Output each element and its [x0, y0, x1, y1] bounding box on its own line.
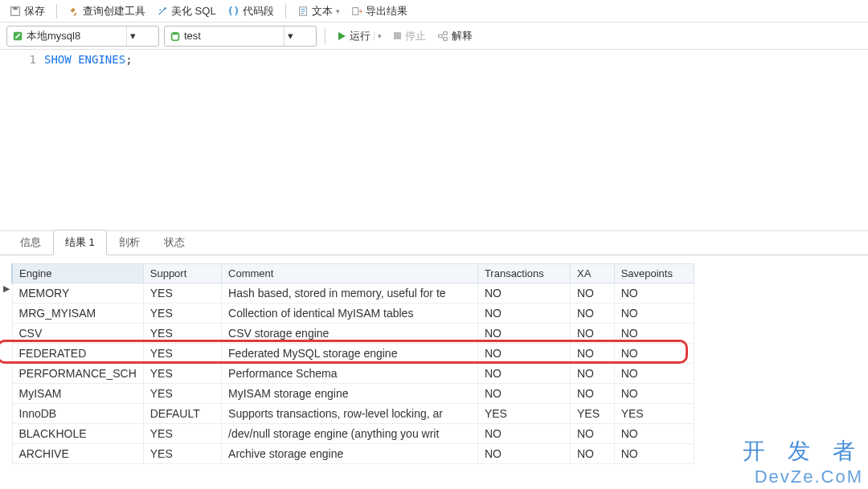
table-cell[interactable]: NO [570, 364, 614, 384]
chevron-down-icon: ▾ [374, 32, 382, 40]
col-transactions[interactable]: Transactions [477, 264, 570, 283]
table-cell[interactable]: Federated MySQL storage engine [222, 344, 478, 364]
table-row[interactable]: CSVYESCSV storage engineNONONO [12, 324, 694, 344]
table-cell[interactable]: YES [143, 444, 221, 464]
table-cell[interactable]: MRG_MYISAM [12, 304, 143, 324]
table-cell[interactable]: Supports transactions, row-level locking… [222, 404, 478, 424]
table-cell[interactable]: NO [614, 344, 694, 364]
table-row[interactable]: MyISAMYESMyISAM storage engineNONONO [12, 384, 694, 404]
table-cell[interactable]: YES [570, 404, 614, 424]
brackets-icon: () [227, 5, 240, 17]
table-cell[interactable]: NO [570, 324, 614, 344]
table-cell[interactable]: NO [477, 444, 570, 464]
table-cell[interactable]: Collection of identical MyISAM tables [222, 304, 478, 324]
table-cell[interactable]: NO [570, 444, 614, 464]
table-cell[interactable]: YES [143, 384, 221, 404]
table-cell[interactable]: NO [477, 304, 570, 324]
table-cell[interactable]: NO [477, 424, 570, 444]
chevron-down-icon: ▾ [336, 7, 340, 15]
run-label: 运行 [350, 29, 371, 43]
col-comment[interactable]: Comment [222, 264, 478, 283]
table-cell[interactable]: NO [477, 283, 570, 304]
stop-button: 停止 [390, 29, 429, 43]
table-row[interactable]: MRG_MYISAMYESCollection of identical MyI… [12, 304, 694, 324]
query-builder-button[interactable]: 查询创建工具 [65, 2, 149, 20]
table-cell[interactable]: MEMORY [12, 283, 143, 304]
tab-result[interactable]: 结果 1 [53, 230, 107, 255]
table-row[interactable]: FEDERATEDYESFederated MySQL storage engi… [12, 344, 694, 364]
table-cell[interactable]: NO [477, 364, 570, 384]
table-cell[interactable]: NO [477, 344, 570, 364]
table-cell[interactable]: YES [143, 304, 221, 324]
text-button[interactable]: 文本 ▾ [294, 2, 343, 20]
wand-icon [157, 6, 168, 17]
result-tabs: 信息 结果 1 剖析 状态 [0, 231, 868, 255]
svg-rect-14 [444, 31, 447, 35]
col-engine[interactable]: Engine [12, 264, 143, 283]
table-cell[interactable]: YES [143, 324, 221, 344]
explain-button[interactable]: 解释 [434, 29, 476, 43]
col-support[interactable]: Support [143, 264, 221, 283]
table-cell[interactable]: YES [143, 364, 221, 384]
table-cell[interactable]: ARCHIVE [12, 444, 143, 464]
connection-dropdown[interactable]: 本地mysql8 ▾ [6, 26, 159, 47]
database-icon [170, 31, 181, 42]
tab-status[interactable]: 状态 [152, 230, 197, 255]
table-cell[interactable]: YES [143, 283, 221, 304]
table-cell[interactable]: NO [570, 344, 614, 364]
table-cell[interactable]: NO [570, 304, 614, 324]
save-button[interactable]: 保存 [6, 2, 48, 20]
table-row[interactable]: MEMORYYESHash based, stored in memory, u… [12, 283, 694, 304]
table-cell[interactable]: NO [614, 283, 694, 304]
tab-profile[interactable]: 剖析 [107, 230, 152, 255]
table-cell[interactable]: NO [614, 424, 694, 444]
snippet-button[interactable]: () 代码段 [224, 2, 278, 20]
table-cell[interactable]: Archive storage engine [222, 444, 478, 464]
tab-info[interactable]: 信息 [8, 230, 53, 255]
table-cell[interactable]: CSV storage engine [222, 324, 478, 344]
table-cell[interactable]: Performance Schema [222, 364, 478, 384]
explain-icon [437, 31, 448, 42]
export-button[interactable]: 导出结果 [348, 2, 411, 20]
beautify-label: 美化 SQL [171, 4, 216, 18]
table-cell[interactable]: FEDERATED [12, 344, 143, 364]
table-cell[interactable]: InnoDB [12, 404, 143, 424]
table-cell[interactable]: NO [614, 324, 694, 344]
sql-editor[interactable]: 1 SHOW ENGINES; [0, 50, 868, 231]
table-cell[interactable]: /dev/null storage engine (anything you w… [222, 424, 478, 444]
table-row[interactable]: PERFORMANCE_SCHYESPerformance SchemaNONO… [12, 364, 694, 384]
table-cell[interactable]: NO [614, 444, 694, 464]
result-table: Engine Support Comment Transactions XA S… [11, 263, 694, 464]
table-cell[interactable]: MyISAM [12, 384, 143, 404]
table-cell[interactable]: NO [570, 283, 614, 304]
toolbar-second: 本地mysql8 ▾ test ▾ 运行 ▾ 停止 解释 [0, 22, 868, 50]
table-cell[interactable]: NO [614, 304, 694, 324]
col-savepoints[interactable]: Savepoints [614, 264, 694, 283]
run-button[interactable]: 运行 ▾ [334, 29, 385, 43]
table-cell[interactable]: MyISAM storage engine [222, 384, 478, 404]
table-cell[interactable]: NO [570, 384, 614, 404]
table-cell[interactable]: YES [614, 404, 694, 424]
svg-rect-13 [439, 35, 442, 38]
beautify-sql-button[interactable]: 美化 SQL [154, 2, 219, 20]
table-cell[interactable]: BLACKHOLE [12, 424, 143, 444]
table-row[interactable]: ARCHIVEYESArchive storage engineNONONO [12, 444, 694, 464]
database-dropdown[interactable]: test ▾ [164, 26, 317, 47]
table-cell[interactable]: NO [614, 384, 694, 404]
stop-label: 停止 [405, 29, 426, 43]
table-cell[interactable]: YES [143, 424, 221, 444]
table-cell[interactable]: DEFAULT [143, 404, 221, 424]
table-cell[interactable]: NO [477, 324, 570, 344]
table-cell[interactable]: YES [477, 404, 570, 424]
table-cell[interactable]: Hash based, stored in memory, useful for… [222, 283, 478, 304]
keyword: ENGINES [78, 53, 125, 66]
table-cell[interactable]: YES [143, 344, 221, 364]
table-cell[interactable]: PERFORMANCE_SCH [12, 364, 143, 384]
table-cell[interactable]: NO [477, 384, 570, 404]
table-cell[interactable]: NO [570, 424, 614, 444]
table-cell[interactable]: NO [614, 364, 694, 384]
table-row[interactable]: InnoDBDEFAULTSupports transactions, row-… [12, 404, 694, 424]
table-cell[interactable]: CSV [12, 324, 143, 344]
table-row[interactable]: BLACKHOLEYES/dev/null storage engine (an… [12, 424, 694, 444]
col-xa[interactable]: XA [570, 264, 614, 283]
